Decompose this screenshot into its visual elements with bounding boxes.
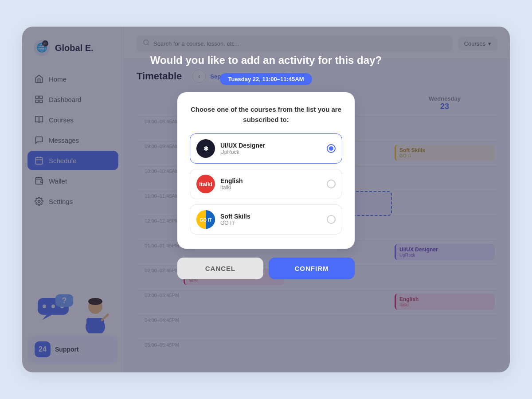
modal-card: Choose one of the courses from the list … [177, 92, 355, 249]
course-option-uiux[interactable]: ✱ UI/UX Designer UpRock [190, 133, 342, 164]
radio-english[interactable] [327, 180, 336, 188]
course-provider-softskills: GO IT [220, 220, 321, 226]
modal-actions: CANCEL CONFIRM [177, 258, 355, 279]
course-logo-softskills: GO IT [196, 210, 215, 229]
app-container: 🌐 🎓 Global E. Home Dashboard [22, 27, 510, 372]
course-name-softskills: Soft Skills [220, 213, 321, 220]
svg-text:GO IT: GO IT [200, 218, 211, 223]
course-provider-uiux: UpRock [220, 149, 321, 155]
confirm-button[interactable]: CONFIRM [269, 258, 355, 279]
modal-title-area: Would you like to add an activity for th… [150, 53, 382, 85]
course-option-english[interactable]: italki English italki [190, 169, 342, 199]
course-info-softskills: Soft Skills GO IT [220, 213, 321, 226]
svg-text:✱: ✱ [203, 145, 208, 152]
modal-subtitle: Choose one of the courses from the list … [190, 105, 342, 125]
course-logo-english: italki [196, 175, 215, 193]
course-name-uiux: UI/UX Designer [220, 142, 321, 149]
radio-softskills[interactable] [327, 215, 336, 224]
modal-overlay: Would you like to add an activity for th… [22, 27, 510, 372]
date-badge: Tuesday 22, 11:00–11:45AM [220, 73, 312, 85]
course-option-softskills[interactable]: GO IT Soft Skills GO IT [190, 204, 342, 235]
course-name-english: English [220, 177, 321, 184]
radio-inner [329, 146, 333, 151]
course-logo-uiux: ✱ [196, 139, 215, 158]
modal-title: Would you like to add an activity for th… [150, 53, 382, 67]
course-info-english: English italki [220, 177, 321, 191]
radio-uiux[interactable] [327, 144, 336, 153]
course-provider-english: italki [220, 184, 321, 191]
cancel-button[interactable]: CANCEL [177, 258, 263, 279]
course-info-uiux: UI/UX Designer UpRock [220, 142, 321, 155]
